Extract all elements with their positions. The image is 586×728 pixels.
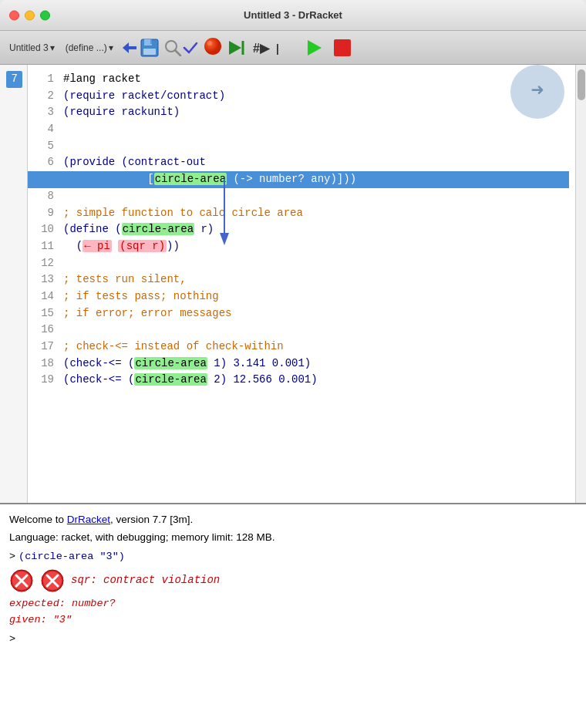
file-dropdown-arrow: ▾ <box>50 42 55 53</box>
nav-save-group <box>121 38 160 58</box>
save-button[interactable] <box>140 38 160 58</box>
debug-button[interactable]: #▶ <box>252 39 274 57</box>
repl-language-line: Language: racket, with debugging; memory… <box>9 530 577 546</box>
editor-area: 7 ➜ 1 #lang racket 2 (require <box>0 65 586 504</box>
code-line-14: 14 ; if tests pass; nothing <box>35 288 569 305</box>
repl-input-text: (circle-area "3") <box>19 549 125 565</box>
error-given-text: given: "3" <box>9 612 72 629</box>
repl-prompt: > <box>9 549 15 565</box>
line-num-7-highlight: 7 <box>6 71 22 88</box>
error-expected-text: expected: number? <box>9 596 116 612</box>
maximize-button[interactable] <box>40 10 50 20</box>
file-dropdown[interactable]: Untitled 3 ▾ <box>6 41 58 55</box>
code-line-7: [circle-area (-> number? any)])) <box>28 171 569 188</box>
code-line-16: 16 <box>35 322 569 339</box>
main-area: 7 ➜ 1 #lang racket 2 (require <box>0 65 586 728</box>
code-line-15: 15 ; if error; error messages <box>35 305 569 322</box>
code-line-10: 10 (define (circle-area r) <box>35 221 569 238</box>
repl-cursor-line: > <box>9 632 577 648</box>
run-group <box>203 36 248 59</box>
ball-icon[interactable] <box>203 36 223 59</box>
svg-text:#▶: #▶ <box>253 42 271 55</box>
editor-scrollbar-thumb[interactable] <box>578 69 585 100</box>
traffic-lights <box>9 10 50 20</box>
svg-line-7 <box>175 50 180 56</box>
toolbar: Untitled 3 ▾ (define ...) ▾ <box>0 31 586 65</box>
code-line-3: 3 (require rackunit) <box>35 104 569 121</box>
define-dropdown[interactable]: (define ...) ▾ <box>62 41 116 55</box>
code-line-9: 9 ; simple function to calc circle area <box>35 205 569 222</box>
code-line-18: 18 (check-<= (circle-area 1) 3.141 0.001… <box>35 356 569 372</box>
code-container: 7 ➜ 1 #lang racket 2 (require <box>0 65 586 503</box>
svg-rect-15 <box>334 39 351 56</box>
repl-cursor-prompt: > <box>9 632 15 648</box>
code-line-5: 5 <box>35 138 569 155</box>
code-line-6: 6 (provide (contract-out <box>35 154 569 171</box>
back-arrow-button[interactable] <box>121 40 138 56</box>
close-button[interactable] <box>9 10 19 20</box>
svg-rect-4 <box>143 49 156 55</box>
code-line-12: 12 <box>35 255 569 272</box>
search-group <box>164 39 198 56</box>
svg-marker-10 <box>229 41 241 55</box>
code-line-4: 4 <box>35 121 569 138</box>
repl-input-line: > (circle-area "3") <box>9 549 577 565</box>
drracket-link[interactable]: DrRacket <box>67 514 110 525</box>
svg-rect-1 <box>127 46 136 49</box>
code-line-8: 8 <box>35 188 569 205</box>
code-line-13: 13 ; tests run silent, <box>35 271 569 288</box>
editor-scrollbar[interactable] <box>575 65 586 503</box>
error-icon-1[interactable] <box>9 568 34 593</box>
debug-group: #▶ | <box>252 39 297 57</box>
minimize-button[interactable] <box>25 10 35 20</box>
error-given-line: given: "3" <box>9 612 577 629</box>
window-title: Untitled 3 - DrRacket <box>244 9 342 21</box>
code-line-2: 2 (require racket/contract) <box>35 88 569 105</box>
svg-point-8 <box>204 38 221 55</box>
search-button[interactable] <box>164 39 183 56</box>
run-button[interactable] <box>226 39 248 57</box>
line-numbers: 7 <box>0 65 28 503</box>
error-message-text: sqr: contract violation <box>71 572 220 589</box>
code-line-17: 17 ; check-<= instead of check-within <box>35 339 569 356</box>
error-icons-row: sqr: contract violation <box>9 568 577 593</box>
error-icon-2[interactable] <box>40 568 65 593</box>
repl-area[interactable]: Welcome to DrRacket, version 7.7 [3m]. L… <box>0 504 586 728</box>
code-line-1: 1 #lang racket <box>35 71 569 88</box>
svg-marker-14 <box>308 40 322 56</box>
titlebar: Untitled 3 - DrRacket <box>0 0 586 31</box>
repl-welcome-line: Welcome to DrRacket, version 7.7 [3m]. <box>9 512 577 528</box>
code-line-11: 11 (← pi (sqr r))) <box>35 238 569 255</box>
play-button[interactable] <box>305 38 326 58</box>
define-dropdown-arrow: ▾ <box>109 42 113 53</box>
svg-rect-5 <box>150 39 152 44</box>
svg-point-9 <box>207 41 212 46</box>
check-button[interactable] <box>183 40 198 56</box>
svg-text:|: | <box>276 42 279 55</box>
error-expected-line: expected: number? <box>9 596 577 612</box>
file-label: Untitled 3 <box>9 42 49 53</box>
step-button[interactable]: | <box>275 39 297 57</box>
code-editor[interactable]: ➜ 1 #lang racket 2 (require racket/contr… <box>28 65 575 503</box>
define-label: (define ...) <box>66 42 107 53</box>
stop-button[interactable] <box>332 38 352 58</box>
code-line-19: 19 (check-<= (circle-area 2) 12.566 0.00… <box>35 372 569 389</box>
